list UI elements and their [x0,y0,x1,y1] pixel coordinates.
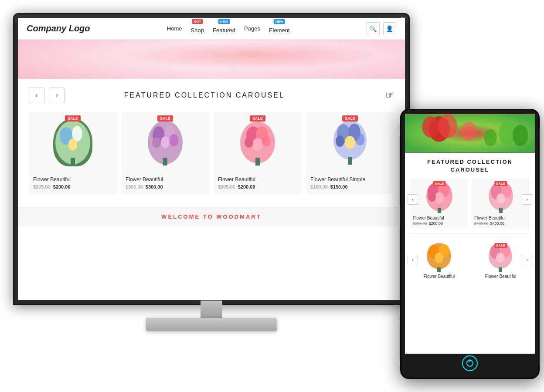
monitor-frame: Company Logo Home HOT Shop NEW Featured … [13,13,410,305]
tablet: FEATURED COLLECTIONCAROUSEL SALE [400,109,540,379]
navbar: Company Logo Home HOT Shop NEW Featured … [18,18,405,40]
tablet-product-row: SALE Flower Beautiful [410,179,530,228]
svg-point-23 [336,135,344,147]
svg-point-38 [428,192,436,202]
power-icon [466,360,473,367]
tablet-sale-badge-3: SALE [494,243,507,248]
tablet-content: FEATURED COLLECTIONCAROUSEL SALE [405,153,535,286]
price-old: $205.00 [33,184,51,189]
nav-pages[interactable]: Pages [244,25,260,32]
carousel-section: ‹ › FEATURED COLLECTION CAROUSEL ☞ SALE [18,79,405,203]
search-button[interactable]: 🔍 [367,22,380,35]
svg-rect-10 [163,158,167,166]
product-name: Flower Beautiful [214,173,302,184]
product-grid: SALE [29,112,394,194]
tablet-carousel-prev-1[interactable]: ‹ [408,194,418,205]
svg-rect-54 [499,267,502,272]
svg-point-30 [461,122,476,141]
svg-point-28 [422,116,439,138]
monitor: Company Logo Home HOT Shop NEW Featured … [13,13,410,331]
svg-rect-49 [437,267,441,272]
tablet-carousel-title: FEATURED COLLECTIONCAROUSEL [410,158,530,174]
tablet-bottom-name-2: Flower Beautiful [472,272,530,280]
price-old: $305.00 [126,184,143,189]
tablet-product-img: SALE [410,179,468,214]
monitor-screen: Company Logo Home HOT Shop NEW Featured … [18,18,405,300]
tablet-carousel-row2: Flower Beautiful SALE [410,242,530,280]
tablet-power-button[interactable] [462,355,478,371]
monitor-neck [201,301,222,318]
product-image-wrap: SALE [29,112,117,173]
company-logo: Company Logo [27,24,90,34]
nav-featured[interactable]: NEW Featured [213,24,235,34]
product-card: SALE [306,112,394,194]
nav-shop[interactable]: HOT Shop [191,24,204,34]
sale-badge: SALE [157,115,173,122]
carousel-prev-button[interactable]: ‹ [29,88,44,103]
price-new: $200.00 [53,184,71,189]
account-button[interactable]: 👤 [383,22,396,35]
svg-rect-18 [255,158,260,166]
carousel-header: ‹ › FEATURED COLLECTION CAROUSEL ☞ [29,88,394,103]
tablet-price-new: $200.00 [429,221,443,226]
tablet-price-new: $400.00 [490,221,505,226]
price-new: $300.00 [146,184,163,189]
sale-badge: SALE [250,115,265,122]
product-name: Flower Beautiful Simple [306,173,394,184]
footer-text: WELCOME TO WOODMART [161,213,261,220]
cursor-icon: ☞ [385,90,394,101]
shop-hot-badge: HOT [192,19,203,24]
tablet-carousel-row1: SALE Flower Beautiful [410,179,530,228]
product-prices: $305.00 $300.00 [121,184,209,189]
svg-point-43 [496,193,505,204]
product-card: SALE [29,112,117,194]
tablet-bottom-name-1: Flower Beautiful [410,272,468,280]
price-old: $205.00 [218,184,235,189]
svg-point-11 [170,134,178,146]
tablet-product-prices: $405.00 $400.00 [472,221,530,228]
tablet-second-section: Flower Beautiful SALE [410,233,530,280]
tablet-product-row2: Flower Beautiful SALE [410,242,530,280]
svg-rect-44 [499,208,503,213]
svg-point-37 [435,192,444,203]
carousel-title: FEATURED COLLECTION CAROUSEL [65,91,379,99]
product-prices: $205.00 $200.00 [214,184,302,189]
svg-point-48 [435,253,443,263]
tablet-carousel-next-2[interactable]: › [522,255,532,265]
nav-links: Home HOT Shop NEW Featured Pages NEW Ele… [167,24,290,34]
carousel-next-button[interactable]: › [49,88,65,103]
svg-point-3 [68,139,77,151]
tablet-product-img: SALE [472,179,530,214]
tablet-price-old: $205.00 [413,221,427,226]
tablet-product-card: SALE Flower Beautiful [410,179,468,228]
price-old: $160.00 [310,184,328,189]
tablet-carousel-next-1[interactable]: › [522,194,532,205]
tablet-bottom-card-2: SALE Fl [472,242,530,280]
tablet-sale-badge-1: SALE [433,181,445,186]
tablet-product-name: Flower Beautiful [410,214,468,221]
monitor-stand [146,301,277,331]
product-image-wrap: SALE [121,112,209,173]
product-image-wrap: SALE [306,112,394,173]
product-card: SALE [214,112,302,194]
nav-home[interactable]: Home [167,25,182,32]
tablet-product-prices: $205.00 $200.00 [410,221,468,228]
tablet-carousel-prev-2[interactable]: ‹ [408,255,418,265]
sale-badge: SALE [342,115,358,122]
nav-element[interactable]: NEW Element [269,24,290,34]
tablet-sale-badge-2: SALE [494,181,507,186]
product-name: Flower Beautiful [29,173,117,184]
tablet-hero [405,114,535,153]
sale-badge: SALE [65,115,81,122]
tablet-bottom-card-1: Flower Beautiful [410,242,468,280]
tablet-price-old: $405.00 [474,221,489,226]
svg-point-33 [513,125,528,146]
svg-point-17 [262,135,271,147]
product-image-wrap: SALE [214,112,302,173]
product-name: Flower Beautiful [121,173,209,184]
nav-icons: 🔍 👤 [367,22,396,35]
footer-bar: WELCOME TO WOODMART [18,207,405,226]
svg-point-8 [161,136,170,149]
tablet-screen: FEATURED COLLECTIONCAROUSEL SALE [405,114,535,354]
svg-rect-4 [71,158,75,166]
